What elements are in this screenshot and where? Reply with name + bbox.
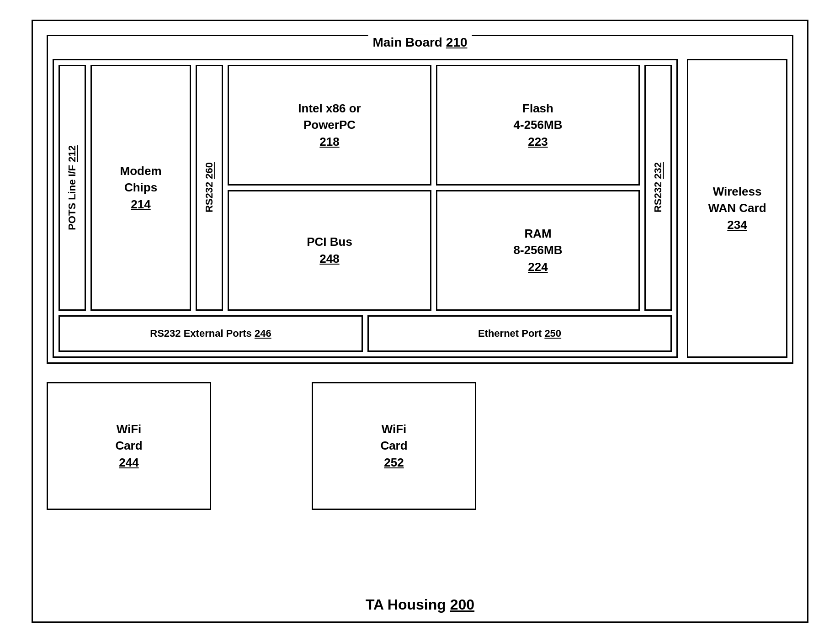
cpu-memory-grid: Intel x86 orPowerPC218 Flash4-256MB223 P…	[228, 65, 640, 311]
intel-cpu-cell: Intel x86 orPowerPC218	[228, 65, 431, 186]
rs232-left-text: RS232 260	[203, 162, 215, 212]
pots-line-box: POTS Line I/F 212	[58, 65, 86, 311]
wifi-card-252: WiFiCard252	[312, 382, 476, 510]
ta-housing-box: Main Board 210 POTS Line I/F 212 ModemCh…	[32, 20, 808, 623]
main-board-inner: POTS Line I/F 212 ModemChips214 RS232 26…	[53, 59, 678, 358]
pci-bus-cell: PCI Bus248	[228, 190, 431, 311]
ram-cell: RAM8-256MB224	[436, 190, 640, 311]
ta-housing-label: TA Housing 200	[366, 596, 474, 613]
inner-top-row: POTS Line I/F 212 ModemChips214 RS232 26…	[58, 65, 672, 311]
main-board-title: Main Board	[373, 35, 442, 49]
inner-bottom-row: RS232 External Ports 246 Ethernet Port 2…	[58, 315, 672, 352]
ethernet-port-box: Ethernet Port 250	[367, 315, 672, 352]
pots-line-text: POTS Line I/F 212	[66, 145, 78, 230]
main-board-container: Main Board 210 POTS Line I/F 212 ModemCh…	[47, 35, 793, 364]
modem-chips-box: ModemChips214	[90, 65, 191, 311]
rs232-right-box: RS232 232	[644, 65, 672, 311]
flash-cell: Flash4-256MB223	[436, 65, 640, 186]
rs232-left-box: RS232 260	[196, 65, 223, 311]
wireless-wan-card: WirelessWAN Card234	[687, 59, 787, 358]
main-board-label: Main Board 210	[368, 35, 472, 50]
main-board-number: 210	[446, 35, 468, 49]
wifi-section: WiFiCard244 WiFiCard252	[47, 382, 793, 576]
rs232-ext-ports-box: RS232 External Ports 246	[58, 315, 363, 352]
wifi-card-244: WiFiCard244	[47, 382, 211, 510]
modem-chips-label: ModemChips214	[120, 163, 162, 212]
rs232-right-text: RS232 232	[652, 162, 664, 212]
